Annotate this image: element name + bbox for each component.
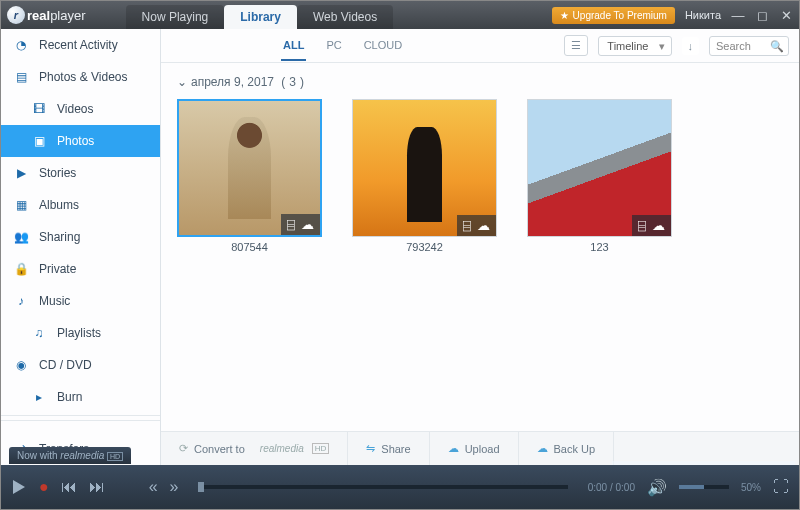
thumbnail-caption: 807544	[231, 241, 268, 253]
list-icon: ♫	[31, 325, 47, 341]
photo-thumbnail[interactable]: ⌸☁123	[527, 99, 672, 253]
search-input[interactable]: Search 🔍	[709, 36, 789, 56]
clock-icon: ◔	[13, 37, 29, 53]
thumbnail-image: ⌸☁	[352, 99, 497, 237]
filter-tab-all[interactable]: ALL	[281, 31, 306, 61]
photo-thumbnail[interactable]: ⌸☁807544	[177, 99, 322, 253]
sidebar-item-playlists[interactable]: ♫Playlists	[1, 317, 160, 349]
logo-badge-icon: r	[7, 6, 25, 24]
sidebar-item-music[interactable]: ♪Music	[1, 285, 160, 317]
filter-tab-cloud[interactable]: CLOUD	[362, 31, 405, 61]
share-button[interactable]: ⇋Share	[348, 432, 429, 465]
thumbnail-image: ⌸☁	[527, 99, 672, 237]
next-track-button[interactable]: ⏭	[89, 478, 105, 496]
player-bar: ● ⏮ ⏭ « » 0:00 / 0:00 🔊 50% ⛶	[1, 465, 799, 509]
backup-button[interactable]: ☁Back Up	[519, 432, 615, 465]
note-icon: ♪	[13, 293, 29, 309]
chevron-down-icon: ⌄	[177, 75, 187, 89]
cloud-up-icon: ☁	[448, 442, 459, 455]
tab-web-videos[interactable]: Web Videos	[297, 5, 393, 29]
prev-track-button[interactable]: ⏮	[61, 478, 77, 496]
grid-icon: ▦	[13, 197, 29, 213]
filter-tab-pc[interactable]: PC	[324, 31, 343, 61]
flame-icon: ▸	[31, 389, 47, 405]
sidebar-item-stories[interactable]: ▶Stories	[1, 157, 160, 189]
sort-direction-button[interactable]: ↓	[682, 37, 700, 55]
cloud-icon: ☁	[477, 218, 490, 233]
photo-thumbnail[interactable]: ⌸☁793242	[352, 99, 497, 253]
convert-button[interactable]: ⟳ Convert to realmediaHD	[161, 432, 348, 465]
sidebar-item-label: Photos & Videos	[39, 70, 128, 84]
sidebar-item-label: Videos	[57, 102, 93, 116]
refresh-icon: ⟳	[179, 442, 188, 455]
sidebar-item-photos-videos[interactable]: ▤Photos & Videos	[1, 61, 160, 93]
share-icon: ⇋	[366, 442, 375, 455]
rewind-button[interactable]: «	[149, 478, 158, 496]
disc-icon: ◉	[13, 357, 29, 373]
play-icon: ▶	[13, 165, 29, 181]
film-icon: 🎞	[31, 101, 47, 117]
tab-library[interactable]: Library	[224, 5, 297, 29]
sidebar-item-label: Albums	[39, 198, 79, 212]
sidebar-item-videos[interactable]: 🎞Videos	[1, 93, 160, 125]
sidebar-item-label: Photos	[57, 134, 94, 148]
maximize-button[interactable]: ◻	[755, 8, 769, 23]
volume-slider[interactable]	[679, 485, 729, 489]
progress-slider[interactable]	[198, 485, 567, 489]
main-tabs: Now Playing Library Web Videos	[126, 1, 394, 29]
thumbnail-caption: 123	[590, 241, 608, 253]
thumbnail-image: ⌸☁	[177, 99, 322, 237]
fullscreen-button[interactable]: ⛶	[773, 478, 789, 496]
play-button[interactable]	[11, 479, 27, 495]
now-with-badge: Now with realmedia HD	[9, 447, 131, 464]
tab-now-playing[interactable]: Now Playing	[126, 5, 225, 29]
sidebar-item-sharing[interactable]: 👥Sharing	[1, 221, 160, 253]
cloud-icon: ☁	[301, 217, 314, 232]
volume-percent: 50%	[741, 482, 761, 493]
device-icon: ⌸	[287, 217, 295, 232]
close-button[interactable]: ✕	[779, 8, 793, 23]
people-icon: 👥	[13, 229, 29, 245]
sidebar-item-label: Sharing	[39, 230, 80, 244]
sidebar-item-label: Playlists	[57, 326, 101, 340]
cloud-icon: ☁	[652, 218, 665, 233]
minimize-button[interactable]: ―	[731, 8, 745, 23]
sidebar-item-private[interactable]: 🔒Private	[1, 253, 160, 285]
title-bar: r realplayer Now Playing Library Web Vid…	[1, 1, 799, 29]
sort-select[interactable]: Timeline	[598, 36, 671, 56]
forward-button[interactable]: »	[170, 478, 179, 496]
sidebar: ◔Recent Activity▤Photos & Videos🎞Videos▣…	[1, 29, 161, 465]
device-icon: ⌸	[638, 218, 646, 233]
list-icon: ☰	[571, 39, 581, 51]
thumbnail-caption: 793242	[406, 241, 443, 253]
sidebar-item-cd-dvd[interactable]: ◉CD / DVD	[1, 349, 160, 381]
sidebar-item-label: Recent Activity	[39, 38, 118, 52]
device-icon: ⌸	[463, 218, 471, 233]
sidebar-item-label: Stories	[39, 166, 76, 180]
cloud-icon: ☁	[537, 442, 548, 455]
sidebar-item-label: CD / DVD	[39, 358, 92, 372]
sidebar-item-albums[interactable]: ▦Albums	[1, 189, 160, 221]
app-logo: r realplayer	[7, 6, 86, 24]
upload-button[interactable]: ☁Upload	[430, 432, 519, 465]
sidebar-item-recent-activity[interactable]: ◔Recent Activity	[1, 29, 160, 61]
view-mode-button[interactable]: ☰	[564, 35, 588, 56]
volume-icon[interactable]: 🔊	[647, 478, 667, 497]
sidebar-item-photos[interactable]: ▣Photos	[1, 125, 160, 157]
image-icon: ▤	[13, 69, 29, 85]
search-icon: 🔍	[770, 40, 784, 53]
filter-bar: ALL PC CLOUD ☰ Timeline ↓ Search 🔍	[161, 29, 799, 63]
sidebar-item-label: Burn	[57, 390, 82, 404]
lock-icon: 🔒	[13, 261, 29, 277]
sidebar-item-label: Private	[39, 262, 76, 276]
user-name[interactable]: Никита	[685, 9, 721, 21]
arrow-down-icon: ↓	[688, 40, 694, 52]
sidebar-item-burn[interactable]: ▸Burn	[1, 381, 160, 413]
record-button[interactable]: ●	[39, 478, 49, 496]
date-group-header[interactable]: ⌄ апреля 9, 2017 (3)	[177, 75, 783, 89]
time-display: 0:00 / 0:00	[588, 482, 635, 493]
upgrade-button[interactable]: ★ Upgrade To Premium	[552, 7, 675, 24]
photo-icon: ▣	[31, 133, 47, 149]
star-icon: ★	[560, 10, 569, 21]
sidebar-item-label: Music	[39, 294, 70, 308]
